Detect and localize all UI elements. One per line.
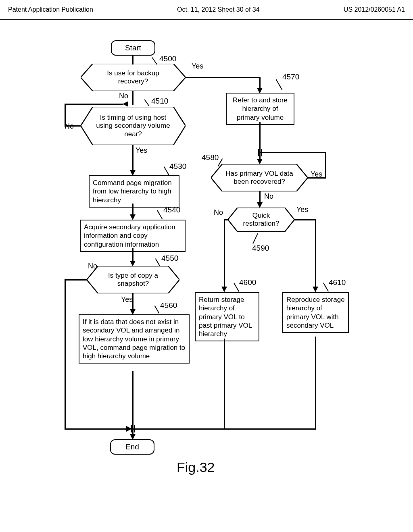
arrow-down-icon	[130, 261, 136, 266]
decision-4580: Has primary VOL data been recovered?	[211, 164, 308, 191]
connector	[224, 339, 225, 429]
arrow-down-icon	[130, 170, 136, 176]
label-yes: Yes	[136, 146, 147, 155]
connector	[65, 104, 66, 126]
connector	[315, 219, 316, 288]
ref-tick	[276, 79, 283, 90]
label-yes: Yes	[296, 206, 308, 214]
ref-tick	[154, 305, 160, 314]
label-no: No	[214, 208, 223, 217]
arrow-down-icon	[130, 214, 136, 220]
end-terminator: End	[110, 439, 154, 455]
connector	[95, 104, 123, 105]
connector	[294, 219, 316, 220]
decision-text: Is use for backup recovery?	[81, 69, 186, 86]
header-right: US 2012/0260051 A1	[344, 6, 405, 13]
connector	[259, 77, 261, 89]
ref-tick	[164, 166, 169, 176]
connector	[315, 337, 316, 429]
connector	[65, 428, 127, 430]
flowchart-canvas: Start Is use for backup recovery? 4500 Y…	[0, 20, 413, 504]
ref-4570: 4570	[282, 73, 299, 81]
connector	[132, 293, 133, 310]
connector	[133, 428, 316, 430]
label-yes: Yes	[192, 62, 203, 71]
ref-4510: 4510	[151, 97, 168, 106]
arrow-down-icon	[257, 159, 263, 164]
ref-tick	[144, 99, 149, 106]
connector	[132, 248, 133, 262]
process-4570: Refer to and store hierarchy of primary …	[226, 93, 294, 125]
label-yes: Yes	[121, 295, 133, 304]
connector	[259, 122, 261, 160]
decision-text: Has primary VOL data been recovered?	[211, 170, 308, 186]
ref-tick	[157, 210, 163, 219]
connector	[224, 219, 225, 288]
ref-4600: 4600	[239, 278, 256, 287]
arrow-down-icon	[130, 434, 136, 440]
connector	[65, 104, 95, 105]
connector	[132, 371, 133, 435]
ref-4500: 4500	[159, 54, 176, 63]
ref-tick	[234, 283, 239, 292]
process-4600: Return storage hierarchy of primary VOL …	[195, 292, 259, 341]
ref-4540: 4540	[163, 206, 180, 214]
ref-4530: 4530	[169, 162, 186, 171]
connector	[325, 152, 326, 178]
ref-tick	[155, 258, 161, 266]
label-no: No	[65, 122, 74, 131]
connector	[260, 152, 326, 153]
decision-text: Quick restoration?	[228, 212, 294, 228]
process-4610: Reproduce storage hierarchy of primary V…	[282, 292, 349, 333]
ref-4610: 4610	[329, 278, 346, 287]
decision-4500: Is use for backup recovery?	[81, 64, 186, 91]
arrow-right-icon	[123, 101, 128, 107]
arrow-down-icon	[130, 309, 136, 315]
connector	[186, 77, 260, 78]
decision-text: Is type of copy a snapshot?	[87, 272, 179, 288]
merge-tick	[131, 425, 132, 432]
page-header: Patent Application Publication Oct. 11, …	[0, 0, 413, 20]
decision-text: Is timing of using host using secondary …	[81, 114, 186, 138]
decision-4550: Is type of copy a snapshot?	[87, 266, 179, 293]
ref-tick	[323, 283, 329, 292]
header-mid: Oct. 11, 2012 Sheet 30 of 34	[177, 6, 260, 13]
connector	[132, 56, 133, 64]
ref-4550: 4550	[161, 254, 178, 263]
arrow-down-icon	[313, 287, 318, 292]
process-4540: Acquire secondary application informatio…	[80, 220, 186, 252]
ref-4580: 4580	[202, 153, 219, 162]
decision-4510: Is timing of using host using secondary …	[81, 107, 186, 145]
connector	[132, 204, 133, 216]
merge-tick	[258, 149, 259, 156]
connector	[65, 279, 66, 428]
start-terminator: Start	[111, 40, 155, 56]
connector	[259, 191, 261, 204]
arrow-down-icon	[221, 287, 227, 292]
header-left: Patent Application Publication	[8, 6, 93, 13]
label-no: No	[119, 92, 128, 100]
figure-label: Fig.32	[177, 459, 215, 475]
ref-4590: 4590	[252, 244, 269, 253]
ref-4560: 4560	[160, 301, 177, 310]
connector	[65, 279, 87, 281]
connector	[308, 177, 326, 179]
process-4560: If it is data that does not exist in sec…	[79, 314, 190, 364]
connector	[65, 125, 81, 127]
arrow-down-icon	[257, 202, 263, 208]
label-no: No	[264, 192, 273, 201]
ref-tick	[252, 233, 258, 244]
connector	[132, 145, 133, 171]
label-no: No	[88, 262, 97, 270]
connector	[132, 91, 133, 105]
decision-4590: Quick restoration?	[228, 208, 294, 232]
process-4530: Command page migration from low hierarch…	[89, 175, 179, 208]
